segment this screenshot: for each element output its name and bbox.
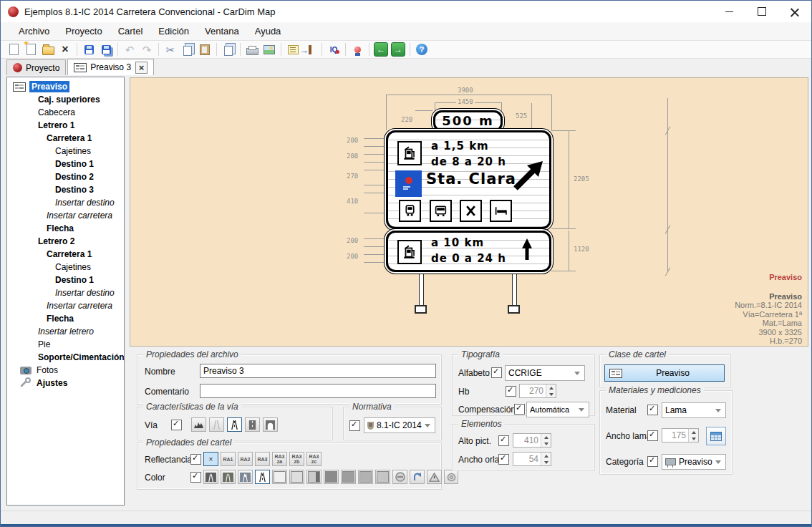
maximize-button[interactable] xyxy=(745,1,778,22)
via-option-road-selected[interactable] xyxy=(227,417,242,432)
via-option-road-dark[interactable] xyxy=(245,417,260,432)
print-button[interactable] xyxy=(244,42,260,57)
spinner-arrows[interactable] xyxy=(541,434,551,447)
material-checkbox[interactable] xyxy=(647,405,658,415)
reflectancia-option-ra3[interactable]: RA3 xyxy=(255,452,270,466)
compensacion-checkbox[interactable] xyxy=(514,404,525,415)
menu-cartel[interactable]: Cartel xyxy=(110,23,151,39)
alto-pict-spinner[interactable]: 410 xyxy=(513,433,551,448)
tree-item-preaviso[interactable]: Preaviso xyxy=(7,80,124,93)
forward-button[interactable]: → xyxy=(390,42,406,57)
hb-checkbox[interactable] xyxy=(506,386,516,397)
menu-archivo[interactable]: Archivo xyxy=(11,23,57,39)
material-dropdown[interactable]: Lama xyxy=(662,402,726,418)
menu-proyecto[interactable]: Proyecto xyxy=(57,23,110,39)
color-option-swatch-7[interactable] xyxy=(375,470,390,484)
menu-ayuda[interactable]: Ayuda xyxy=(247,23,289,39)
export-image-button[interactable] xyxy=(261,42,277,57)
ancho-orla-spinner[interactable]: 54 xyxy=(513,452,551,466)
tree-item-carretera-1b[interactable]: Carretera 1 xyxy=(7,248,124,261)
color-option-target-circle[interactable] xyxy=(444,470,458,484)
reflectancia-option-ra1[interactable]: RA1 xyxy=(221,452,236,466)
reflectancia-option-ra2[interactable]: RA2 xyxy=(238,452,253,466)
tree-item-letrero-1[interactable]: Letrero 1 xyxy=(7,119,124,132)
back-button[interactable]: ← xyxy=(373,42,389,57)
tab-close-button[interactable] xyxy=(135,62,148,74)
color-option-autovia[interactable] xyxy=(238,470,253,484)
ancho-orla-checkbox[interactable] xyxy=(498,454,509,465)
copy-button[interactable] xyxy=(180,42,195,57)
minimize-button[interactable] xyxy=(712,1,745,22)
new-from-template-button[interactable] xyxy=(23,42,39,57)
tree-item-ajustes[interactable]: Ajustes xyxy=(7,377,124,390)
menu-edicion[interactable]: Edición xyxy=(150,23,197,39)
tree-item-cabecera[interactable]: Cabecera xyxy=(7,106,124,119)
tree-item-cajetines-b[interactable]: Cajetines xyxy=(7,261,124,274)
comentario-input[interactable] xyxy=(200,384,436,398)
tree-item-insertar-carretera[interactable]: Insertar carretera xyxy=(7,209,124,222)
nombre-input[interactable] xyxy=(200,364,436,378)
cut-button[interactable]: ✂ xyxy=(163,42,178,57)
new-document-button[interactable] xyxy=(6,42,21,57)
via-checkbox[interactable] xyxy=(171,420,182,430)
alfabeto-checkbox[interactable] xyxy=(491,367,502,378)
tree-item-letrero-2[interactable]: Letrero 2 xyxy=(7,235,124,248)
assistant-button[interactable] xyxy=(349,42,365,57)
reflectancia-option-ra3zc[interactable]: RA3 zc xyxy=(306,452,322,466)
reflectancia-checkbox[interactable] xyxy=(190,454,201,465)
color-option-road-a[interactable] xyxy=(221,470,236,484)
color-option-prohibition[interactable] xyxy=(392,470,407,484)
tree-item-insertar-letrero[interactable]: Insertar letrero xyxy=(7,325,124,338)
menu-ventana[interactable]: Ventana xyxy=(197,23,247,39)
tree-item-cajetines[interactable]: Cajetines xyxy=(7,145,124,158)
tree-item-carretera-1[interactable]: Carretera 1 xyxy=(7,132,124,145)
letrero2-plate[interactable]: a 10 km de 0 a 24 h xyxy=(386,231,551,272)
tree-item-insertar-destino-b[interactable]: Insertar destino xyxy=(7,286,124,299)
normativa-checkbox[interactable] xyxy=(349,420,360,431)
via-option-road-light[interactable] xyxy=(209,417,224,432)
spinner-arrows[interactable] xyxy=(541,453,551,465)
tree-item-destino-1b[interactable]: Destino 1 xyxy=(7,274,124,286)
delete-button[interactable]: × xyxy=(57,42,73,57)
save-button[interactable] xyxy=(81,42,97,57)
lamas-table-button[interactable] xyxy=(706,427,726,445)
redo-button[interactable]: ↷ xyxy=(139,42,155,57)
normativa-dropdown[interactable]: 8.1-IC 2014 xyxy=(364,417,435,433)
tree-item-insertar-destino[interactable]: Insertar destino xyxy=(7,196,124,209)
tab-preaviso-3[interactable]: Preaviso 3 xyxy=(67,59,154,75)
tree-item-destino-1[interactable]: Destino 1 xyxy=(7,158,124,170)
undo-button[interactable]: ↶ xyxy=(122,42,137,57)
letrero1-plate[interactable]: a 1,5 km de 8 a 20 h Sta. Clara xyxy=(386,130,551,229)
properties-button[interactable] xyxy=(285,42,301,57)
reflectancia-option-ra3zb[interactable]: RA3 zb xyxy=(289,452,304,466)
reflectancia-option-ra3za[interactable]: RA3 za xyxy=(272,452,287,466)
compensacion-dropdown[interactable]: Automática xyxy=(526,402,589,417)
color-option-curved-arrow[interactable] xyxy=(410,470,425,484)
duplicate-button[interactable] xyxy=(221,42,236,57)
preview-button[interactable]: IQ xyxy=(326,42,342,57)
color-option-motorway[interactable] xyxy=(203,470,218,484)
tree-item-destino-3[interactable]: Destino 3 xyxy=(7,183,124,196)
clase-cartel-button[interactable]: Preaviso xyxy=(604,364,725,382)
via-option-profile[interactable] xyxy=(191,417,206,432)
tree-item-destino-2[interactable]: Destino 2 xyxy=(7,170,124,183)
tree-item-fotos[interactable]: Fotos xyxy=(7,364,124,377)
categoria-checkbox[interactable] xyxy=(647,456,658,467)
color-option-swatch-4[interactable] xyxy=(324,470,339,484)
tree-item-pie[interactable]: Pie xyxy=(7,338,124,351)
via-option-bridge[interactable] xyxy=(263,417,278,432)
paste-button[interactable] xyxy=(197,42,213,57)
sign-preview-canvas[interactable]: 3900 1450 220 525 200 200 270 410 2205 1… xyxy=(130,77,808,347)
help-button[interactable]: ? xyxy=(414,42,430,57)
color-option-swatch-1[interactable] xyxy=(272,470,287,484)
save-all-button[interactable] xyxy=(98,42,114,57)
alto-pict-checkbox[interactable] xyxy=(498,435,509,446)
alfabeto-dropdown[interactable]: CCRIGE xyxy=(505,365,585,381)
color-option-swatch-5[interactable] xyxy=(341,470,356,484)
color-checkbox[interactable] xyxy=(190,472,201,483)
spinner-arrows[interactable] xyxy=(546,385,556,397)
ancho-lamas-checkbox[interactable] xyxy=(647,430,658,441)
hb-spinner[interactable]: 270 xyxy=(519,384,556,398)
categoria-dropdown[interactable]: Preaviso xyxy=(662,454,726,470)
ancho-lamas-spinner[interactable]: 175 xyxy=(662,428,699,443)
